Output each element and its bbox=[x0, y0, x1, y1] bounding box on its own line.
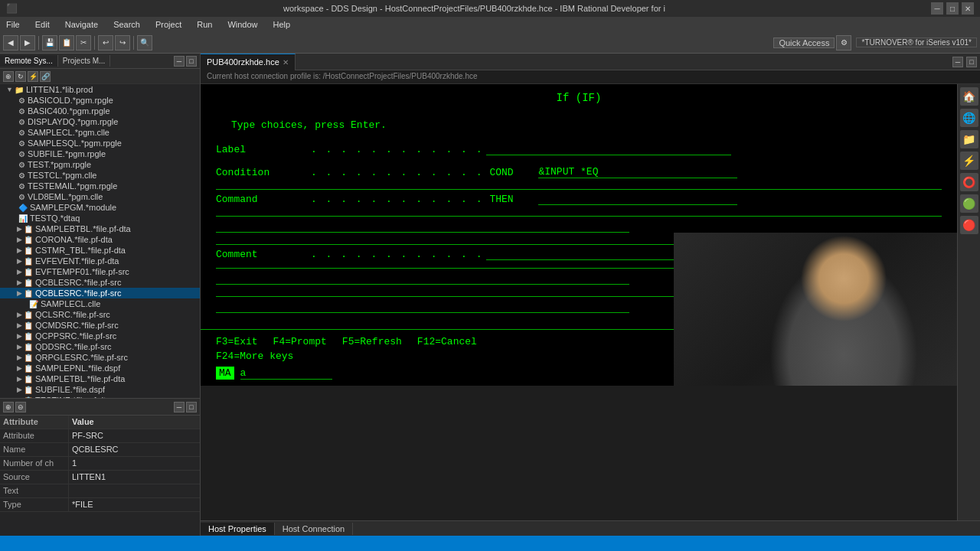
right-icon-6[interactable]: 🔴 bbox=[960, 216, 978, 234]
toolbar-btn-save[interactable]: 💾 bbox=[42, 35, 57, 51]
tree-item[interactable]: ▶ 📋 CSTMR_TBL.*file.pf-dta bbox=[0, 245, 200, 256]
cmd-input[interactable] bbox=[240, 367, 332, 380]
tree-filter-btn[interactable]: ⚡ bbox=[28, 71, 38, 82]
tree-item[interactable]: ⚙ BASICOLD.*pgm.rpgle bbox=[0, 95, 200, 106]
right-icon-5[interactable]: 🟢 bbox=[960, 194, 978, 213]
left-panel-minimize[interactable]: ─ bbox=[174, 56, 185, 67]
prop-max-btn[interactable]: □ bbox=[186, 402, 197, 412]
restore-button[interactable]: □ bbox=[946, 2, 959, 15]
toolbar-btn-7[interactable]: 🔍 bbox=[137, 35, 152, 51]
tree-item[interactable]: ▼ 📁 LITTEN1.*lib.prod bbox=[0, 84, 200, 95]
prop-value: 1 bbox=[69, 457, 200, 470]
tree-refresh-btn[interactable]: ↻ bbox=[15, 71, 26, 82]
tree-item[interactable]: ⚙ TEST.*pgm.rpgle bbox=[0, 159, 200, 170]
fkey-f3[interactable]: F3=Exit bbox=[216, 336, 258, 347]
tree-item[interactable]: ▶ 📋 SAMPLEBTBL.*file.pf-dta bbox=[0, 223, 200, 234]
toolbar-btn-5[interactable]: ↩ bbox=[98, 35, 113, 51]
tree-item[interactable]: 📝 SAMPLECL.clle bbox=[0, 298, 200, 309]
comment-input[interactable] bbox=[486, 248, 685, 260]
tree-item[interactable]: ▶ 📋 EVFTEMPF01.*file.pf-src bbox=[0, 266, 200, 277]
tree-item[interactable]: ⚙ BASIC400.*pgm.rpgle bbox=[0, 106, 200, 116]
bottom-tab-host-connection[interactable]: Host Connection bbox=[275, 523, 353, 535]
right-icon-4[interactable]: ⭕ bbox=[960, 173, 978, 191]
tree-item[interactable]: ⚙ TESTCL.*pgm.clle bbox=[0, 170, 200, 181]
fkey-f24[interactable]: F24=More keys bbox=[216, 350, 293, 362]
right-icon-0[interactable]: 🏠 bbox=[960, 87, 978, 106]
command-input[interactable] bbox=[538, 193, 737, 205]
fkey-f12[interactable]: F12=Cancel bbox=[417, 336, 477, 347]
right-icon-2[interactable]: 📁 bbox=[960, 130, 978, 148]
tree-item-label: BASIC400.*pgm.rpgle bbox=[28, 106, 110, 116]
tree-item[interactable]: 🔷 SAMPLEPGM.*module bbox=[0, 202, 200, 213]
right-icon-1[interactable]: 🌐 bbox=[960, 109, 978, 127]
tree-item[interactable]: ⚙ VLD8EML.*pgm.clle bbox=[0, 191, 200, 202]
minimize-button[interactable]: ─ bbox=[931, 2, 943, 15]
tab-close-btn[interactable]: ✕ bbox=[283, 58, 289, 67]
tree-item[interactable]: ▶ 📋 CORONA.*file.pf-dta bbox=[0, 234, 200, 245]
menu-item-project[interactable]: Project bbox=[152, 19, 185, 30]
label-input[interactable] bbox=[486, 143, 731, 155]
tab-ctrl-max[interactable]: □ bbox=[966, 57, 977, 67]
tree-item[interactable]: ▶ 📋 SAMPLEPNL.*file.dspf bbox=[0, 363, 200, 373]
condition-input[interactable] bbox=[538, 166, 737, 178]
terminal-screen[interactable]: If (IF) Type choices, press Enter. Label… bbox=[201, 84, 957, 386]
close-button[interactable]: ✕ bbox=[962, 2, 974, 15]
tree-item[interactable]: ▶ 📋 QCPPSRC.*file.pf-src bbox=[0, 331, 200, 341]
toolbar-btn-8[interactable]: ⚙ bbox=[836, 35, 851, 51]
menu-item-window[interactable]: Window bbox=[224, 19, 260, 30]
toolbar-sep-1 bbox=[38, 36, 39, 50]
toolbar-btn-6[interactable]: ↪ bbox=[115, 35, 130, 51]
tree-link-btn[interactable]: 🔗 bbox=[40, 71, 51, 82]
tree-item[interactable]: ▶ 📋 QCMDSRC.*file.pf-src bbox=[0, 320, 200, 331]
tree-icon: ⚙ bbox=[18, 161, 25, 169]
editor-tab-hce[interactable]: PUB400rzkhde.hce ✕ bbox=[201, 54, 296, 70]
menu-item-help[interactable]: Help bbox=[270, 19, 294, 30]
bottom-tab-host-properties[interactable]: Host Properties bbox=[201, 523, 275, 535]
menu-item-file[interactable]: File bbox=[3, 19, 23, 30]
menu-item-search[interactable]: Search bbox=[110, 19, 143, 30]
prop-min-btn[interactable]: ─ bbox=[174, 402, 185, 412]
tree-item-label: SAMPLECL.*pgm.clle bbox=[28, 128, 109, 137]
tree-arrow: ▶ bbox=[17, 289, 22, 297]
toolbar-btn-3[interactable]: 📋 bbox=[59, 35, 74, 51]
menu-item-run[interactable]: Run bbox=[194, 19, 215, 30]
turnover-label[interactable]: *TURNOVER® for iSeries v101* bbox=[856, 37, 977, 47]
extra-input-3[interactable] bbox=[216, 301, 629, 313]
extra-input-2[interactable] bbox=[216, 272, 629, 285]
quick-access-label[interactable]: Quick Access bbox=[773, 37, 835, 48]
menu-item-navigate[interactable]: Navigate bbox=[62, 19, 101, 30]
menu-item-edit[interactable]: Edit bbox=[32, 19, 53, 30]
tree-item-label: TESTEMAIL.*pgm.rpgle bbox=[28, 181, 117, 191]
tree-item[interactable]: ▶ 📋 QCBLESRC.*file.pf-src bbox=[0, 277, 200, 288]
tree-item[interactable]: ⚙ DISPLAYDQ.*pgm.rpgle bbox=[0, 116, 200, 127]
tree-item[interactable]: ▶ 📋 SUBFILE.*file.dspf bbox=[0, 384, 200, 395]
toolbar-btn-4[interactable]: ✂ bbox=[76, 35, 91, 51]
prop-btn-2[interactable]: ⊖ bbox=[15, 402, 26, 412]
right-icon-3[interactable]: ⚡ bbox=[960, 152, 978, 170]
tree-collapse-btn[interactable]: ⊕ bbox=[3, 71, 14, 82]
tree-icon: 📋 bbox=[24, 375, 33, 383]
left-panel-maximize[interactable]: □ bbox=[186, 56, 197, 67]
tree-item[interactable]: ⚙ SAMPLESQL.*pgm.rpgle bbox=[0, 138, 200, 148]
tree-item[interactable]: ▶ 📋 EVFEVENT.*file.pf-dta bbox=[0, 256, 200, 266]
tree-item[interactable]: ▶ 📋 SAMPLETBL.*file.pf-dta bbox=[0, 373, 200, 384]
tree-icon: 📋 bbox=[24, 289, 33, 298]
tree-item[interactable]: ▶ 📋 QCLSRC.*file.pf-src bbox=[0, 309, 200, 320]
fkey-f4[interactable]: F4=Prompt bbox=[273, 336, 327, 347]
tab-ctrl-min[interactable]: ─ bbox=[952, 57, 963, 67]
tree-item[interactable]: ▶ 📋 QCBLESRC.*file.pf-src bbox=[0, 288, 200, 298]
toolbar-btn-2[interactable]: ▶ bbox=[20, 35, 35, 51]
tab-projects[interactable]: Projects M... bbox=[58, 55, 111, 67]
tab-remote-systems[interactable]: Remote Sys... bbox=[0, 55, 58, 67]
tree-item[interactable]: ▶ 📋 QRPGLESRC.*file.pf-src bbox=[0, 352, 200, 363]
tree-item[interactable]: 📊 TESTQ.*dtaq bbox=[0, 213, 200, 223]
tree-item[interactable]: ⚙ SAMPLECL.*pgm.clle bbox=[0, 127, 200, 138]
fkey-f5[interactable]: F5=Refresh bbox=[342, 336, 402, 347]
toolbar-btn-1[interactable]: ◀ bbox=[3, 35, 18, 51]
tree-item-label: TEST.*pgm.rpgle bbox=[28, 160, 91, 169]
tree-item[interactable]: ⚙ TESTEMAIL.*pgm.rpgle bbox=[0, 181, 200, 191]
extra-input-1[interactable] bbox=[216, 220, 629, 233]
tree-item[interactable]: ▶ 📋 QDDSRC.*file.pf-src bbox=[0, 341, 200, 352]
prop-btn-1[interactable]: ⊕ bbox=[3, 402, 14, 412]
tree-item[interactable]: ⚙ SUBFILE.*pgm.rpgle bbox=[0, 148, 200, 159]
